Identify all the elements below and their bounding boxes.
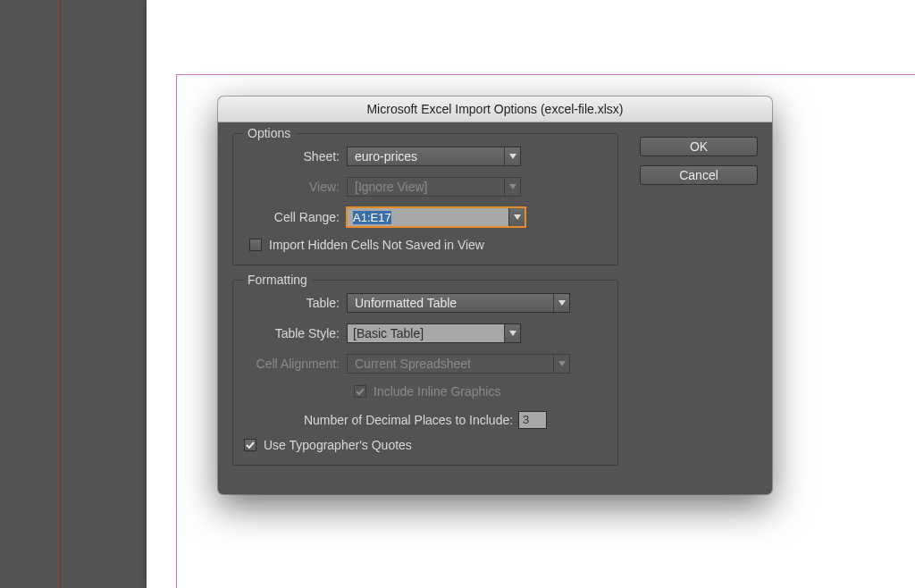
dialog-title: Microsoft Excel Import Options (excel-fi… xyxy=(218,97,772,122)
cancel-button[interactable]: Cancel xyxy=(640,165,758,185)
cell-range-combo[interactable] xyxy=(347,207,525,227)
chevron-down-icon[interactable] xyxy=(508,208,525,226)
include-inline-label: Include Inline Graphics xyxy=(374,384,500,399)
table-label: Table: xyxy=(244,296,347,310)
chevron-down-icon xyxy=(504,324,520,342)
options-group: Options Sheet: euro-prices View: [Ignore… xyxy=(232,133,618,265)
chevron-down-icon xyxy=(553,355,569,373)
formatting-group-label: Formatting xyxy=(242,273,313,287)
table-style-label: Table Style: xyxy=(244,326,347,340)
cell-range-input[interactable] xyxy=(348,208,508,226)
formatting-group: Formatting Table: Unformatted Table Tabl… xyxy=(232,280,618,466)
sheet-value: euro-prices xyxy=(355,149,417,164)
chevron-down-icon xyxy=(553,294,569,312)
decimal-input[interactable]: 3 xyxy=(518,411,547,429)
table-style-value: [Basic Table] xyxy=(353,326,424,340)
vertical-guide xyxy=(60,0,61,588)
sheet-label: Sheet: xyxy=(244,149,347,164)
table-dropdown[interactable]: Unformatted Table xyxy=(347,293,570,313)
cell-alignment-value: Current Spreadsheet xyxy=(355,357,471,371)
view-value: [Ignore View] xyxy=(355,180,427,194)
view-label: View: xyxy=(244,180,347,194)
table-value: Unformatted Table xyxy=(355,296,457,310)
sheet-dropdown[interactable]: euro-prices xyxy=(347,147,521,166)
view-dropdown: [Ignore View] xyxy=(347,177,521,197)
cell-range-label: Cell Range: xyxy=(244,210,347,224)
import-hidden-checkbox[interactable] xyxy=(249,239,262,251)
import-dialog: Microsoft Excel Import Options (excel-fi… xyxy=(218,97,772,494)
ok-button[interactable]: OK xyxy=(640,137,758,156)
chevron-down-icon xyxy=(504,147,520,165)
import-hidden-label: Import Hidden Cells Not Saved in View xyxy=(269,238,484,252)
table-style-dropdown[interactable]: [Basic Table] xyxy=(347,323,521,343)
cell-alignment-label: Cell Alignment: xyxy=(244,357,347,371)
chevron-down-icon xyxy=(504,178,520,196)
include-inline-checkbox xyxy=(354,385,366,398)
typographers-checkbox[interactable] xyxy=(244,439,256,451)
typographers-label: Use Typographer's Quotes xyxy=(264,438,412,452)
decimal-label: Number of Decimal Places to Include: xyxy=(304,413,513,427)
options-group-label: Options xyxy=(242,126,296,140)
cell-alignment-dropdown: Current Spreadsheet xyxy=(347,354,570,374)
